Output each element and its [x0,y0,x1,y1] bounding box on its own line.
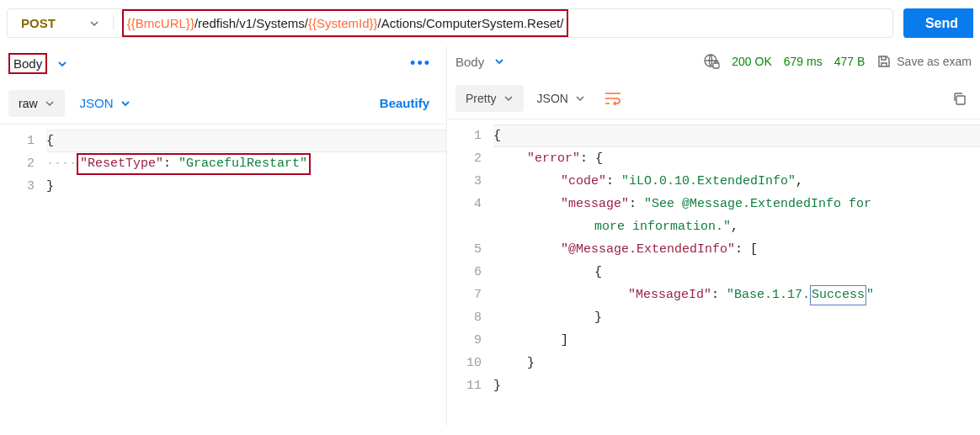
response-lang-select[interactable]: JSON [534,85,589,112]
svg-rect-1 [713,63,719,68]
brace: } [46,179,54,194]
response-status: 200 OK 679 ms 477 B Save as exam [703,53,972,70]
body-lang-label: JSON [80,96,114,110]
line-number [447,215,482,238]
response-size: 477 B [834,55,865,68]
chevron-down-icon [120,98,130,109]
request-panel: Body ••• raw JSON Beautify 1 2 3 [0,46,446,426]
svg-rect-2 [956,96,965,104]
line-number: 5 [447,238,482,261]
line-number: 2 [0,152,35,175]
response-body-editor[interactable]: 1 2 3 4 5 6 7 8 9 10 11 { "error": { "co… [447,119,980,426]
url-input[interactable]: {{BmcURL}}/redfish/v1/Systems/{{SystemId… [114,9,892,37]
tab-body[interactable]: Body [455,55,484,69]
response-lang-label: JSON [537,92,568,105]
chevron-down-icon [45,98,55,109]
line-gutter: 1 2 3 4 5 6 7 8 9 10 11 [447,119,493,426]
line-gutter: 1 2 3 [0,125,46,426]
chevron-down-icon [89,19,99,29]
request-tabs: Body ••• [0,46,446,82]
url-path-1: /redfish/v1/Systems/ [194,16,308,30]
save-label: Save as exam [897,55,972,68]
body-lang-select[interactable]: JSON [75,89,136,117]
request-body-highlight: "ResetType": "GracefulRestart" [77,153,311,175]
line-wrap-icon[interactable] [599,86,627,111]
line-number: 3 [0,175,35,198]
request-body-toolbar: raw JSON Beautify [0,82,446,124]
line-number: 3 [447,170,482,193]
view-mode-label: Pretty [466,92,497,105]
line-number: 11 [447,374,482,397]
more-options-icon[interactable]: ••• [410,55,431,72]
save-as-example-button[interactable]: Save as exam [876,54,972,69]
http-method-select[interactable]: POST [8,9,113,37]
globe-lock-icon[interactable] [703,53,720,70]
body-type-label: raw [19,97,38,110]
line-number: 6 [447,261,482,284]
code-area[interactable]: { "error": { "code": "iLO.0.10.ExtendedI… [493,119,980,426]
line-number: 1 [447,125,482,147]
line-number: 7 [447,284,482,306]
line-number: 2 [447,147,482,170]
copy-icon[interactable] [951,91,972,106]
request-body-editor[interactable]: 1 2 3 { ····"ResetType": "GracefulRestar… [0,124,446,426]
http-method-label: POST [21,16,56,30]
request-bar: POST {{BmcURL}}/redfish/v1/Systems/{{Sys… [0,0,980,46]
line-number: 9 [447,329,482,352]
url-highlight-box: {{BmcURL}}/redfish/v1/Systems/{{SystemId… [122,9,569,37]
url-path-2: /Actions/ComputerSystem.Reset/ [378,16,564,30]
send-button[interactable]: Send [903,8,973,38]
response-tabs: Body 200 OK 679 ms 477 B Save as exam [447,46,980,78]
indent-guide: ···· [46,156,77,171]
chevron-down-icon[interactable] [57,59,67,69]
split-columns: Body ••• raw JSON Beautify 1 2 3 [0,46,980,426]
url-var-bmc: {{BmcURL}} [127,16,194,30]
save-icon [876,54,892,69]
response-time: 679 ms [784,55,823,68]
chevron-down-icon [575,93,585,103]
line-number: 10 [447,352,482,374]
tab-body[interactable]: Body [8,53,47,74]
success-highlight: Success [810,285,866,305]
line-number: 4 [447,193,482,215]
beautify-button[interactable]: Beautify [380,96,438,110]
response-body-toolbar: Pretty JSON [447,78,980,119]
view-mode-select[interactable]: Pretty [455,85,524,112]
line-number: 8 [447,306,482,329]
chevron-down-icon [503,93,514,103]
chevron-down-icon[interactable] [494,56,504,66]
code-area[interactable]: { ····"ResetType": "GracefulRestart" } [46,125,446,426]
response-panel: Body 200 OK 679 ms 477 B Save as exam Pr… [446,46,980,426]
brace: { [46,134,54,148]
body-type-select[interactable]: raw [8,90,65,117]
line-number: 1 [0,130,35,152]
url-var-system: {{SystemId}} [308,16,378,30]
url-container: POST {{BmcURL}}/redfish/v1/Systems/{{Sys… [7,8,893,38]
status-code: 200 OK [732,55,771,68]
